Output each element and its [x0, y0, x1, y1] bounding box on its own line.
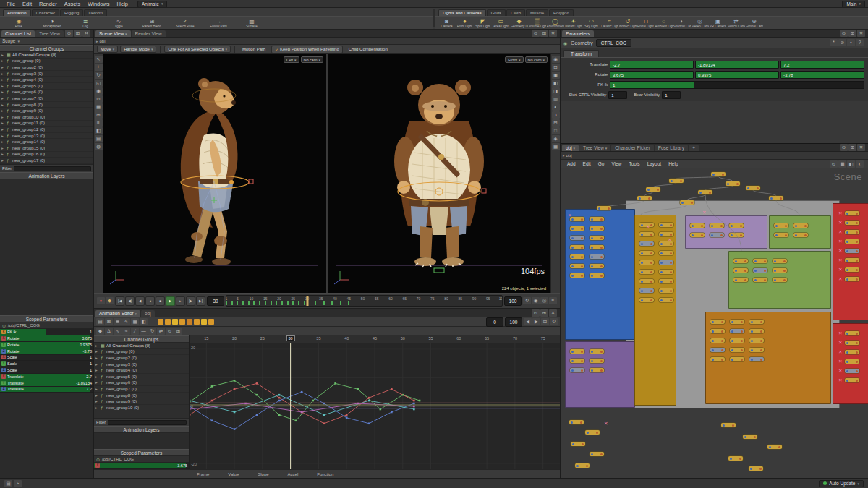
maximize-icon[interactable]: ⊞ [540, 30, 548, 37]
anim-editor-group-row[interactable]: ▸ƒnew_group4 (0) [94, 367, 189, 374]
params-tab-parameters[interactable]: Parameters [562, 30, 594, 37]
shelf-tab-rigging[interactable]: Rigging [60, 9, 83, 16]
expand-icon[interactable]: ▸ [95, 362, 99, 367]
expand-icon[interactable]: ▸ [95, 374, 99, 379]
network-node[interactable] [590, 452, 604, 456]
keyframe-chip[interactable] [158, 319, 163, 325]
param-field-translate[interactable]: 7.2 [780, 61, 864, 69]
frame-all-icon[interactable]: ⊡ [552, 64, 560, 71]
pin-icon[interactable]: ⊙ [840, 30, 848, 37]
tangents-icon[interactable]: ∆ [105, 328, 113, 335]
camera-lock-icon[interactable]: □ [552, 127, 560, 134]
keyframe-tick[interactable] [292, 301, 294, 305]
network-node[interactable] [639, 298, 654, 302]
network-node[interactable] [729, 233, 744, 237]
help-icon[interactable]: ? [856, 39, 864, 46]
network-node[interactable] [639, 288, 654, 293]
network-node[interactable] [773, 278, 787, 282]
transport-jump-next-key[interactable]: |▶ [186, 296, 195, 306]
network-backdrop[interactable]: ✕✕✕✕✕✕ [833, 323, 868, 404]
expand-icon[interactable]: ▸ [1, 59, 5, 63]
network-node[interactable] [639, 251, 654, 255]
close-icon[interactable]: ✕ [549, 30, 557, 37]
grid-icon[interactable]: ▦ [838, 160, 846, 168]
color-palette-icon[interactable]: ◐ [856, 160, 864, 168]
expand-icon[interactable]: ▸ [95, 406, 99, 410]
rotate-icon[interactable]: ↻ [95, 72, 103, 79]
keyframe-chip[interactable] [179, 319, 185, 325]
desktop-selector[interactable]: Animate ▾ [137, 1, 167, 7]
scope-row[interactable]: Scope ▾ [0, 38, 93, 45]
network-node[interactable] [590, 264, 604, 268]
network-node[interactable] [845, 230, 859, 234]
network-node[interactable] [845, 359, 859, 364]
network-node[interactable] [743, 435, 757, 439]
anim-editor-tab-animation-editor[interactable]: Animation Editor ▾ [95, 310, 140, 317]
network-node[interactable] [730, 348, 744, 352]
ae-scoped-channel-row[interactable]: X 3.675 [94, 463, 189, 469]
anim-editor-group-row[interactable]: ▸ƒnew_group8 (0) [94, 393, 189, 399]
translate-icon[interactable]: + [95, 64, 103, 71]
channel-list-group-row[interactable]: ▸ƒnew_group5 (0) [0, 83, 93, 90]
current-frame-field[interactable]: 30 [207, 296, 224, 306]
dopesheet-icon[interactable]: ≣ [114, 318, 122, 325]
network-node[interactable] [659, 232, 673, 236]
node-name-field[interactable]: CTRL_COG [596, 39, 631, 47]
keyframe-tick[interactable] [242, 301, 244, 305]
network-node[interactable] [690, 223, 705, 228]
keyframe-tick[interactable] [315, 301, 316, 305]
expand-icon[interactable]: ▸ [95, 387, 99, 391]
pin-icon[interactable]: ⊙ [532, 30, 540, 37]
snap-icon[interactable]: ⊙ [830, 160, 838, 168]
shelf-tool-log[interactable]: ≣Log [69, 18, 102, 28]
shelf-tool-sky-light[interactable]: ◠Sky Light [582, 18, 600, 28]
network-node[interactable] [570, 368, 584, 372]
shelf-tool-shadow-camera[interactable]: ◗Shadow Camera [673, 18, 691, 28]
refresh-icon[interactable]: ↻ [550, 318, 558, 325]
network-node[interactable] [639, 270, 654, 274]
anim-curves[interactable] [190, 343, 560, 469]
network-node[interactable] [570, 264, 584, 268]
shelf-tool-switch-camera[interactable]: ⇄Switch Camera [727, 18, 745, 28]
expand-icon[interactable]: ▸ [1, 115, 5, 119]
network-path-row[interactable]: ▸ obj [561, 152, 868, 160]
zoom-icon[interactable]: ◎ [540, 297, 548, 304]
channel-scale-z[interactable]: ZScale1 [0, 367, 93, 374]
keyframe-chip[interactable] [194, 319, 200, 325]
transport-next-frame[interactable]: ▸ [176, 296, 185, 306]
expand-icon[interactable]: ▸ [1, 103, 5, 107]
channel-list-group-row[interactable]: ▸▦All Channel Groups (0) [0, 52, 93, 59]
transport-play-reverse[interactable]: ◀ [135, 296, 145, 306]
shelf-tab-grids[interactable]: Grids [487, 9, 506, 16]
handle-mode-button[interactable]: Handle Mode ▾ [120, 46, 156, 53]
expand-icon[interactable]: ▸ [95, 393, 99, 398]
keyframe-chip[interactable] [172, 319, 178, 325]
scene-view-tab-render-view[interactable]: Render View [132, 30, 166, 37]
next-key-icon[interactable]: ▶ [532, 318, 540, 325]
shading-icon[interactable]: ◐ [552, 103, 560, 111]
channel-list-group-row[interactable]: ▸ƒnew_group14 (0) [0, 139, 93, 145]
expand-icon[interactable]: ▸ [95, 380, 99, 385]
network-node[interactable] [597, 206, 611, 210]
shelf-tool-stereo-camera[interactable]: ◎Stereo Camera [691, 18, 709, 28]
expand-icon[interactable]: ▸ [95, 399, 99, 403]
network-node[interactable] [733, 268, 748, 273]
network-menu-edit[interactable]: Edit [579, 161, 595, 166]
channel-scale-x[interactable]: XScale1 [0, 355, 93, 361]
channel-rotate-x[interactable]: XRotate3.675 [0, 335, 93, 342]
channel-list-tab-channel-list[interactable]: Channel List [1, 30, 35, 37]
network-node[interactable] [690, 233, 705, 237]
channel-translate-x[interactable]: XTranslate-2.7 [0, 374, 93, 380]
slopes-icon[interactable]: ∿ [114, 328, 122, 335]
background-icon[interactable]: ⊟ [552, 119, 560, 127]
network-node[interactable] [774, 223, 788, 228]
network-node[interactable] [845, 369, 859, 373]
network-tab-character-picker[interactable]: Character Picker [611, 145, 653, 151]
network-node[interactable] [659, 279, 673, 283]
network-node[interactable] [590, 254, 604, 259]
network-node[interactable] [793, 223, 808, 228]
anim-editor-group-row[interactable]: ▸ƒnew_group6 (0) [94, 380, 189, 387]
shelf-tool-sketch-pose[interactable]: ✓Sketch Pose [169, 18, 202, 28]
layout-icon[interactable]: ▥ [552, 95, 560, 103]
network-node[interactable] [570, 349, 584, 354]
